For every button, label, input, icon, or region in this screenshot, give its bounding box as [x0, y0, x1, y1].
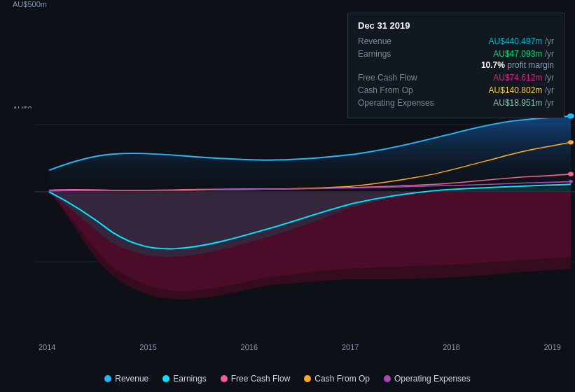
- legend-label-cashop: Cash From Op: [314, 374, 370, 384]
- legend-dot-earnings: [162, 375, 169, 382]
- tooltip-revenue-label: Revenue: [358, 36, 442, 46]
- x-label-2015: 2015: [139, 343, 156, 351]
- tooltip-earnings-row: Earnings AU$47.093m /yr 10.7% profit mar…: [358, 49, 554, 70]
- tooltip-opex-row: Operating Expenses AU$18.951m /yr: [358, 98, 554, 108]
- tooltip-cashop-label: Cash From Op: [358, 85, 442, 95]
- tooltip-revenue-value: AU$440.497m /yr: [489, 36, 554, 46]
- tooltip-opex-value: AU$18.951m /yr: [493, 98, 554, 108]
- x-label-2018: 2018: [443, 343, 459, 351]
- tooltip-fcf-row: Free Cash Flow AU$74.612m /yr: [358, 73, 554, 83]
- x-label-2014: 2014: [39, 343, 55, 351]
- tooltip-panel: Dec 31 2019 Revenue AU$440.497m /yr Earn…: [347, 13, 564, 118]
- tooltip-earnings-value: AU$47.093m /yr: [481, 49, 554, 59]
- x-axis: 2014 2015 2016 2017 2018 2019: [35, 343, 564, 351]
- y-label-top: AU$500m: [13, 0, 47, 8]
- cashop-end-dot: [568, 140, 574, 144]
- tooltip-opex-label: Operating Expenses: [358, 98, 442, 108]
- x-label-2017: 2017: [342, 343, 359, 351]
- legend-item-opex[interactable]: Operating Expenses: [384, 374, 471, 384]
- tooltip-cashop-value: AU$140.802m /yr: [489, 85, 554, 95]
- tooltip-profit-margin: 10.7% profit margin: [481, 60, 554, 70]
- legend-dot-fcf: [221, 375, 228, 382]
- tooltip-fcf-label: Free Cash Flow: [358, 73, 442, 83]
- tooltip-earnings-label: Earnings: [358, 49, 442, 59]
- tooltip-revenue-row: Revenue AU$440.497m /yr: [358, 36, 554, 46]
- revenue-end-dot: [567, 113, 574, 119]
- tooltip-cashop-row: Cash From Op AU$140.802m /yr: [358, 85, 554, 95]
- chart-svg: [0, 108, 575, 340]
- legend-item-cashop[interactable]: Cash From Op: [304, 374, 370, 384]
- legend-label-earnings: Earnings: [173, 374, 206, 384]
- legend-label-fcf: Free Cash Flow: [231, 374, 291, 384]
- legend-dot-opex: [384, 375, 391, 382]
- opex-end-dot: [569, 180, 573, 183]
- x-label-2016: 2016: [241, 343, 258, 351]
- legend-item-earnings[interactable]: Earnings: [162, 374, 206, 384]
- legend-dot-revenue: [104, 375, 111, 382]
- legend-label-opex: Operating Expenses: [394, 374, 471, 384]
- x-label-2019: 2019: [543, 343, 560, 351]
- legend-dot-cashop: [304, 375, 311, 382]
- legend-label-revenue: Revenue: [115, 374, 148, 384]
- fcf-end-dot: [568, 172, 574, 176]
- legend-item-fcf[interactable]: Free Cash Flow: [221, 374, 291, 384]
- tooltip-date: Dec 31 2019: [358, 20, 554, 31]
- tooltip-fcf-value: AU$74.612m /yr: [493, 73, 554, 83]
- legend-item-revenue[interactable]: Revenue: [104, 374, 148, 384]
- chart-legend: Revenue Earnings Free Cash Flow Cash Fro…: [0, 374, 575, 384]
